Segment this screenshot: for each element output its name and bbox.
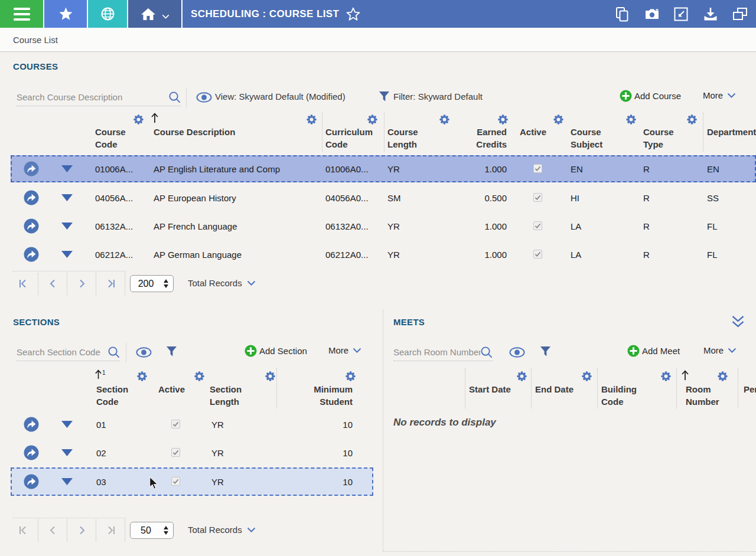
view-eye-icon[interactable] bbox=[196, 92, 212, 103]
view-selector[interactable]: View: Skyward Default (Modified) bbox=[215, 91, 346, 102]
column-header-active[interactable]: Active bbox=[520, 126, 555, 138]
sections-search-input[interactable] bbox=[17, 347, 107, 357]
globe-button[interactable] bbox=[88, 0, 127, 28]
column-header-earned-credits[interactable]: Earned Credits bbox=[455, 126, 507, 151]
filter-selector[interactable]: Filter: Skyward Default bbox=[393, 91, 483, 102]
column-gear-icon[interactable] bbox=[661, 371, 671, 381]
column-header-course-type[interactable]: Course Type bbox=[643, 126, 685, 151]
screenshot-icon[interactable] bbox=[644, 6, 659, 22]
sort-ascending-icon[interactable]: 1 bbox=[94, 369, 106, 381]
column-gear-icon[interactable] bbox=[687, 115, 697, 125]
windows-icon[interactable] bbox=[732, 6, 748, 22]
meets-search-input[interactable] bbox=[393, 347, 480, 357]
sections-more-button[interactable]: More bbox=[328, 345, 361, 355]
open-record-icon[interactable] bbox=[24, 161, 39, 176]
favorites-button[interactable] bbox=[44, 0, 87, 28]
column-gear-icon[interactable] bbox=[718, 371, 728, 381]
download-icon[interactable] bbox=[703, 6, 718, 22]
filter-funnel-icon[interactable] bbox=[540, 346, 551, 357]
expand-row-icon[interactable] bbox=[61, 421, 73, 428]
shrink-icon[interactable] bbox=[673, 6, 689, 22]
total-records-button[interactable]: Total Records bbox=[188, 525, 256, 535]
column-gear-icon[interactable] bbox=[265, 371, 275, 381]
column-header-minimum-student[interactable]: Minimum Student bbox=[289, 383, 353, 408]
column-gear-icon[interactable] bbox=[137, 371, 147, 381]
pagination-next-button[interactable] bbox=[76, 278, 87, 289]
column-header-section-code[interactable]: Section Code bbox=[96, 383, 138, 408]
cell-earned-credits: 0.500 bbox=[455, 193, 507, 203]
expand-row-icon[interactable] bbox=[61, 251, 73, 258]
cell-course-code: 01006A... bbox=[95, 164, 133, 174]
column-gear-icon[interactable] bbox=[367, 115, 377, 125]
sort-ascending-icon[interactable] bbox=[151, 113, 159, 123]
pagination-prev-button[interactable] bbox=[47, 525, 58, 536]
search-icon[interactable] bbox=[168, 91, 181, 103]
expand-row-icon[interactable] bbox=[61, 449, 73, 456]
meets-heading: MEETS bbox=[393, 317, 425, 327]
column-gear-icon[interactable] bbox=[582, 371, 592, 381]
column-header-course-code[interactable]: Course Code bbox=[95, 126, 136, 151]
column-gear-icon[interactable] bbox=[133, 115, 144, 125]
expand-row-icon[interactable] bbox=[61, 223, 73, 230]
meets-more-button[interactable]: More bbox=[703, 345, 737, 355]
column-gear-icon[interactable] bbox=[498, 115, 508, 125]
column-gear-icon[interactable] bbox=[553, 115, 563, 125]
favorite-star-icon[interactable] bbox=[346, 7, 360, 21]
add-meet-button[interactable]: Add Meet bbox=[627, 345, 680, 357]
column-gear-icon[interactable] bbox=[194, 371, 204, 381]
add-section-button[interactable]: Add Section bbox=[245, 345, 307, 357]
view-eye-icon[interactable] bbox=[136, 347, 152, 358]
column-header-department[interactable]: Department bbox=[707, 126, 756, 138]
pagination-last-button[interactable] bbox=[105, 278, 116, 289]
search-icon[interactable] bbox=[107, 346, 120, 358]
sort-ascending-icon[interactable] bbox=[681, 370, 689, 381]
page-size-spinner[interactable]: 200 bbox=[130, 275, 174, 292]
column-header-room-number[interactable]: Room Number bbox=[686, 383, 724, 408]
column-gear-icon[interactable] bbox=[346, 371, 356, 381]
column-gear-icon[interactable] bbox=[517, 371, 527, 381]
expand-row-icon[interactable] bbox=[61, 165, 73, 172]
pagination-prev-button[interactable] bbox=[47, 278, 58, 289]
search-icon[interactable] bbox=[480, 346, 493, 358]
column-header-building-code[interactable]: Building Code bbox=[601, 383, 640, 408]
open-record-icon[interactable] bbox=[24, 445, 39, 460]
pagination-last-button[interactable] bbox=[105, 525, 116, 536]
expand-row-icon[interactable] bbox=[61, 194, 73, 201]
view-eye-icon[interactable] bbox=[509, 347, 525, 358]
column-header-curriculum-code[interactable]: Curriculum Code bbox=[325, 126, 379, 151]
pagination-first-button[interactable] bbox=[18, 278, 29, 289]
courses-more-button[interactable]: More bbox=[703, 90, 736, 100]
copy-icon[interactable] bbox=[614, 6, 630, 22]
page-size-spinner[interactable]: 50 bbox=[130, 522, 174, 539]
spinner-arrows[interactable] bbox=[161, 526, 171, 535]
column-gear-icon[interactable] bbox=[439, 115, 449, 125]
home-button[interactable] bbox=[128, 0, 181, 28]
breadcrumb[interactable]: Course List bbox=[13, 35, 58, 45]
column-header-course-description[interactable]: Course Description bbox=[154, 126, 295, 138]
column-header-course-length[interactable]: Course Length bbox=[387, 126, 429, 151]
pagination-first-button[interactable] bbox=[18, 525, 29, 536]
column-gear-icon[interactable] bbox=[626, 115, 636, 125]
column-header-end-date[interactable]: End Date bbox=[535, 383, 582, 395]
open-record-icon[interactable] bbox=[24, 417, 39, 432]
open-record-icon[interactable] bbox=[24, 218, 39, 234]
spinner-arrows[interactable] bbox=[161, 279, 171, 288]
collapse-panel-icon[interactable] bbox=[731, 315, 745, 329]
column-gear-icon[interactable] bbox=[307, 115, 317, 125]
expand-row-icon[interactable] bbox=[61, 478, 73, 485]
filter-funnel-icon[interactable] bbox=[379, 91, 390, 102]
column-header-section-length[interactable]: Section Length bbox=[210, 383, 251, 408]
open-record-icon[interactable] bbox=[24, 247, 39, 262]
open-record-icon[interactable] bbox=[24, 190, 39, 205]
total-records-button[interactable]: Total Records bbox=[188, 278, 256, 288]
courses-search-input[interactable] bbox=[17, 92, 168, 102]
column-header-period[interactable]: Period bbox=[744, 383, 756, 395]
column-header-active[interactable]: Active bbox=[158, 383, 191, 395]
filter-funnel-icon[interactable] bbox=[166, 346, 177, 357]
column-header-start-date[interactable]: Start Date bbox=[469, 383, 522, 395]
column-header-course-subject[interactable]: Course Subject bbox=[571, 126, 615, 151]
open-record-icon[interactable] bbox=[24, 474, 39, 489]
menu-button[interactable] bbox=[0, 0, 43, 28]
pagination-next-button[interactable] bbox=[76, 525, 87, 536]
add-course-button[interactable]: Add Course bbox=[620, 90, 681, 102]
